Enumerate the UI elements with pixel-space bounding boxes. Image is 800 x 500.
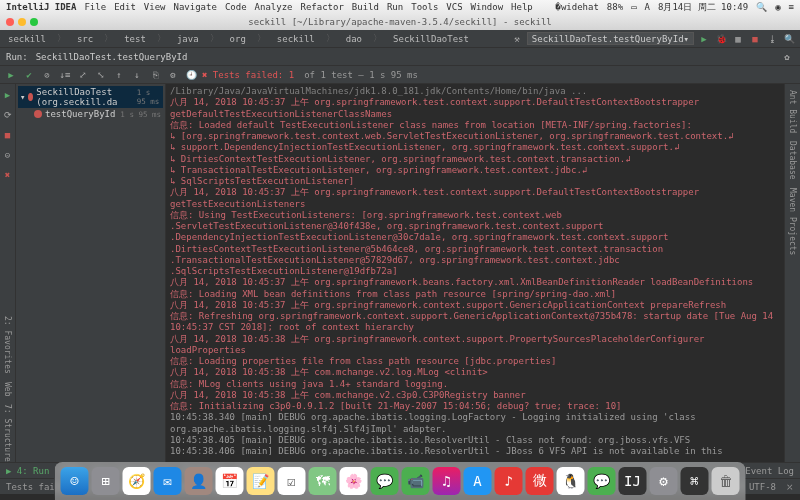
menu-tools[interactable]: Tools [411, 2, 438, 12]
minimize-icon[interactable] [18, 18, 26, 26]
toggle-autorun-icon[interactable]: ⟳ [1, 108, 15, 122]
crumb-2[interactable]: test [120, 34, 150, 44]
close-icon[interactable] [6, 18, 14, 26]
dock-calendar[interactable]: 📅 [216, 467, 244, 495]
close-panel-icon[interactable]: ✖ [1, 168, 15, 182]
tab-database[interactable]: Database [788, 141, 797, 180]
dock-facetime[interactable]: 📹 [402, 467, 430, 495]
dock-weibo[interactable]: 微 [526, 467, 554, 495]
dock-reminders[interactable]: ☑ [278, 467, 306, 495]
nav-toolbar: seckill〉 src〉 test〉 java〉 org〉 seckill〉 … [0, 30, 800, 48]
dock-messages[interactable]: 💬 [371, 467, 399, 495]
menu-vcs[interactable]: VCS [446, 2, 462, 12]
rerun-button[interactable]: ▶ [4, 68, 18, 82]
dock-wechat[interactable]: 💬 [588, 467, 616, 495]
dock-qq[interactable]: 🐧 [557, 467, 585, 495]
menu-window[interactable]: Window [471, 2, 504, 12]
crumb-0[interactable]: seckill [4, 34, 50, 44]
menu-file[interactable]: File [84, 2, 106, 12]
dock-intellij[interactable]: IJ [619, 467, 647, 495]
dock-photos[interactable]: 🌸 [340, 467, 368, 495]
console-line: 信息: MLog clients using java 1.4+ standar… [170, 379, 780, 390]
app-name[interactable]: IntelliJ IDEA [6, 2, 76, 12]
console-line: ↳ [org.springframework.test.context.web.… [170, 131, 780, 142]
search-icon[interactable]: 🔍 [782, 32, 796, 46]
run-button[interactable]: ▶ [697, 32, 711, 46]
history-icon[interactable]: 🕘 [184, 68, 198, 82]
wifi-icon[interactable]: �widehat [556, 2, 599, 12]
tree-child[interactable]: testQueryById 1 s 95 ms [18, 108, 163, 120]
menu-code[interactable]: Code [225, 2, 247, 12]
tab-structure[interactable]: 7: Structure [3, 404, 12, 462]
pin-icon[interactable]: ⊝ [1, 148, 15, 162]
menu-navigate[interactable]: Navigate [174, 2, 217, 12]
maximize-icon[interactable] [30, 18, 38, 26]
settings-icon[interactable]: ⚙ [166, 68, 180, 82]
menu-edit[interactable]: Edit [114, 2, 136, 12]
panel-gear-icon[interactable]: ✿ [780, 50, 794, 64]
notif-icon[interactable]: ≡ [789, 2, 794, 12]
crumb-3[interactable]: java [173, 34, 203, 44]
clock[interactable]: 8月14日 周二 10:49 [658, 1, 748, 14]
dock-notes[interactable]: 📝 [247, 467, 275, 495]
expand-icon[interactable]: ⤢ [76, 68, 90, 82]
menu-analyze[interactable]: Analyze [255, 2, 293, 12]
menu-refactor[interactable]: Refactor [301, 2, 344, 12]
console-line: 八月 14, 2018 10:45:38 上午 com.mchange.v2.l… [170, 367, 780, 378]
crumb-6[interactable]: dao [342, 34, 366, 44]
lock-icon[interactable]: ⤫ [786, 482, 794, 492]
tests-failed-count: ✖ Tests failed: 1 [202, 70, 294, 80]
export-icon[interactable]: ⎘ [148, 68, 162, 82]
battery-pct: 88% [607, 2, 623, 12]
crumb-7[interactable]: SeckillDaoTest [389, 34, 473, 44]
left-gutter: ▶ ⟳ ■ ⊝ ✖ 2: Favorites Web 7: Structure [0, 84, 16, 462]
dock-safari[interactable]: 🧭 [123, 467, 151, 495]
debug-button[interactable]: 🐞 [714, 32, 728, 46]
next-fail-icon[interactable]: ↓ [130, 68, 144, 82]
vcs-icon[interactable]: ⭳ [765, 32, 779, 46]
collapse-icon[interactable]: ⤡ [94, 68, 108, 82]
run-config-selector[interactable]: SeckillDaoTest.testQueryById ▾ [527, 32, 694, 45]
dock-terminal[interactable]: ⌘ [681, 467, 709, 495]
build-icon[interactable]: ⚒ [510, 32, 524, 46]
tab-ant[interactable]: Ant Build [788, 90, 797, 133]
stop-icon[interactable]: ■ [1, 128, 15, 142]
filter-ignore-icon[interactable]: ⊘ [40, 68, 54, 82]
sort-icon[interactable]: ↓≡ [58, 68, 72, 82]
search-icon[interactable]: 🔍 [756, 2, 767, 12]
tab-run[interactable]: ▶ 4: Run [6, 466, 49, 476]
tab-web[interactable]: Web [3, 382, 12, 396]
dock-launchpad[interactable]: ⊞ [92, 467, 120, 495]
dock-itunes[interactable]: ♫ [433, 467, 461, 495]
dock-netease[interactable]: ♪ [495, 467, 523, 495]
coverage-button[interactable]: ▦ [731, 32, 745, 46]
dock-trash[interactable]: 🗑 [712, 467, 740, 495]
tab-favorites[interactable]: 2: Favorites [3, 316, 12, 374]
console-output[interactable]: /Library/Java/JavaVirtualMachines/jdk1.8… [166, 84, 784, 462]
menu-build[interactable]: Build [352, 2, 379, 12]
crumb-1[interactable]: src [73, 34, 97, 44]
tab-event-log[interactable]: Event Log [745, 466, 794, 476]
crumb-5[interactable]: seckill [273, 34, 319, 44]
macos-menubar: IntelliJ IDEA File Edit View Navigate Co… [0, 0, 800, 14]
siri-icon[interactable]: ◉ [775, 2, 780, 12]
tree-root[interactable]: ▾ SeckillDaoTest (org.seckill.da 1 s 95 … [18, 86, 163, 108]
dock-finder[interactable]: ☺ [61, 467, 89, 495]
menu-run[interactable]: Run [387, 2, 403, 12]
dock-appstore[interactable]: A [464, 467, 492, 495]
prev-fail-icon[interactable]: ↑ [112, 68, 126, 82]
dock-sysprefs[interactable]: ⚙ [650, 467, 678, 495]
crumb-4[interactable]: org [226, 34, 250, 44]
rerun-icon[interactable]: ▶ [1, 88, 15, 102]
dock-mail[interactable]: ✉ [154, 467, 182, 495]
tree-child-label: testQueryById [45, 109, 115, 119]
input-icon[interactable]: A [645, 2, 650, 12]
dock-contacts[interactable]: 👤 [185, 467, 213, 495]
stop-button[interactable]: ■ [748, 32, 762, 46]
dock-maps[interactable]: 🗺 [309, 467, 337, 495]
menu-view[interactable]: View [144, 2, 166, 12]
filter-pass-icon[interactable]: ✔ [22, 68, 36, 82]
menu-help[interactable]: Help [511, 2, 533, 12]
macos-dock: ☺ ⊞ 🧭 ✉ 👤 📅 📝 ☑ 🗺 🌸 💬 📹 ♫ A ♪ 微 🐧 💬 IJ ⚙… [55, 462, 746, 500]
tab-maven[interactable]: Maven Projects [788, 188, 797, 255]
